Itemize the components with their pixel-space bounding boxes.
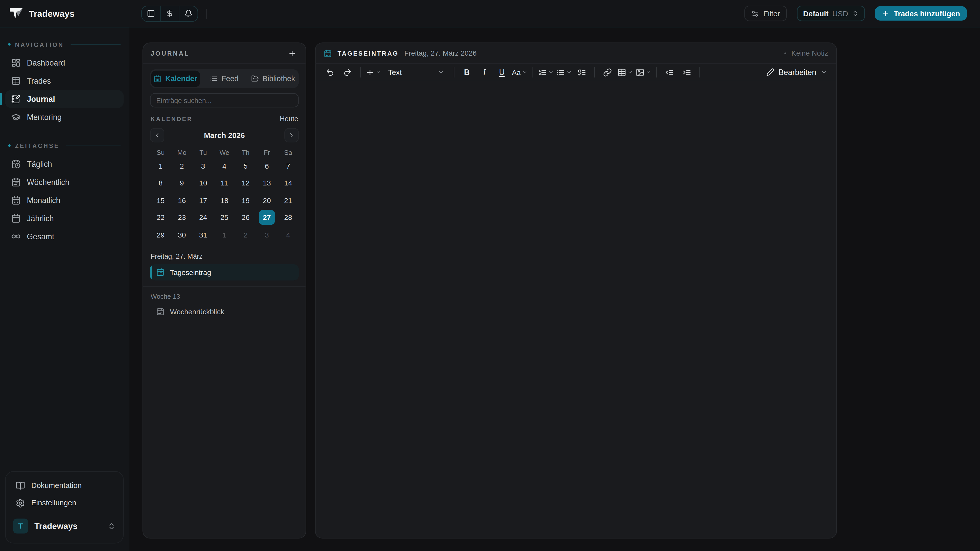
calendar-day[interactable]: 4 — [216, 159, 232, 173]
sidebar-footer-card: DokumentationEinstellungen T Tradeways — [5, 471, 124, 544]
calendar-day[interactable]: 7 — [280, 159, 296, 173]
calendar-day[interactable]: 23 — [174, 210, 190, 225]
underline-button[interactable]: U — [493, 65, 511, 79]
weekday-label: Su — [150, 149, 171, 156]
calendar-day[interactable]: 2 — [238, 227, 254, 242]
calendar-day[interactable]: 25 — [216, 210, 232, 225]
calendar-day[interactable]: 6 — [259, 159, 275, 173]
sidebar-item-gesamt[interactable]: Gesamt — [5, 227, 124, 245]
tab-bibliothek[interactable]: Bibliothek — [249, 71, 298, 87]
calendar-day[interactable]: 9 — [174, 176, 190, 191]
redo-button[interactable] — [339, 65, 356, 79]
sidebar-item-trades[interactable]: Trades — [5, 72, 124, 90]
link-button[interactable] — [599, 65, 616, 79]
calendar-day[interactable]: 17 — [195, 193, 211, 208]
prev-month-button[interactable] — [150, 128, 164, 142]
calendar-day[interactable]: 5 — [238, 159, 254, 173]
sidebar-item-mentoring[interactable]: Mentoring — [5, 108, 124, 126]
calendar-day[interactable]: 24 — [195, 210, 211, 225]
editor-body[interactable] — [316, 81, 836, 538]
italic-button[interactable]: I — [476, 65, 493, 79]
add-trades-button[interactable]: Trades hinzufügen — [875, 6, 967, 21]
entry-wochenrueckblick[interactable]: Wochenrückblick — [150, 303, 299, 320]
sidebar-item-label: Mentoring — [27, 113, 62, 121]
topbar-right: Filter Default USD Trades hinzufügen — [745, 6, 980, 21]
table-button[interactable] — [616, 65, 635, 79]
calendar-day[interactable]: 29 — [153, 227, 169, 242]
sidebar-item-j-hrlich[interactable]: Jährlich — [5, 209, 124, 227]
calendar-day[interactable]: 18 — [216, 193, 232, 208]
calendar-day[interactable]: 28 — [280, 210, 296, 225]
sidebar-item-t-glich[interactable]: Täglich — [5, 155, 124, 173]
sidebar-item-label: Gesamt — [27, 232, 54, 241]
calendar-day[interactable]: 20 — [259, 193, 275, 208]
text-style-button[interactable]: Aa — [511, 65, 529, 79]
sidebar-item-monatlich[interactable]: Monatlich — [5, 191, 124, 209]
calendar-day[interactable]: 31 — [195, 227, 211, 242]
new-entry-button[interactable] — [286, 47, 298, 59]
calendar-day[interactable]: 15 — [153, 193, 169, 208]
list-todo-icon — [578, 68, 586, 76]
calendar-day[interactable]: 30 — [174, 227, 190, 242]
link-icon — [603, 68, 612, 76]
calendar-day[interactable]: 13 — [259, 176, 275, 191]
currency-button[interactable] — [161, 6, 179, 21]
brand[interactable]: Tradeways — [0, 0, 129, 27]
calendar-day[interactable]: 19 — [238, 193, 254, 208]
calendar-day[interactable]: 11 — [216, 176, 232, 191]
sidebar-item-dashboard[interactable]: Dashboard — [5, 54, 124, 72]
footer-item-dokumentation[interactable]: Dokumentation — [10, 477, 119, 494]
calendar-day[interactable]: 1 — [153, 159, 169, 173]
edit-mode-dropdown[interactable]: Bearbeiten — [766, 68, 830, 76]
journal-tabs: KalenderFeedBibliothek — [150, 69, 299, 88]
calendar-cell: 11 — [214, 175, 235, 192]
calendar-day[interactable]: 10 — [195, 176, 211, 191]
week-group-label: Woche 13 — [151, 292, 298, 300]
calendar-day[interactable]: 4 — [280, 227, 296, 242]
calendar-day[interactable]: 3 — [195, 159, 211, 173]
sidebar-item-journal[interactable]: Journal — [5, 90, 124, 108]
filter-button[interactable]: Filter — [745, 6, 787, 21]
calendar-day[interactable]: 14 — [280, 176, 296, 191]
italic-label: I — [483, 67, 486, 77]
calendar-day[interactable]: 26 — [238, 210, 254, 225]
search-input[interactable] — [156, 97, 293, 104]
chevron-left-icon — [154, 132, 161, 139]
insert-block-button[interactable] — [364, 65, 383, 79]
notifications-button[interactable] — [180, 6, 197, 21]
calendar-day[interactable]: 16 — [174, 193, 190, 208]
bold-button[interactable]: B — [458, 65, 476, 79]
sidebar-item-w-chentlich[interactable]: Wöchentlich — [5, 173, 124, 191]
bullet-list-button[interactable] — [555, 65, 573, 79]
outdent-button[interactable] — [661, 65, 678, 79]
workspace-switcher[interactable]: T Tradeways — [10, 514, 119, 538]
entry-tageseintrag[interactable]: Tageseintrag — [150, 264, 299, 280]
calendar-day-selected[interactable]: 27 — [259, 210, 275, 225]
undo-button[interactable] — [321, 65, 339, 79]
sidebar-toggle-button[interactable] — [142, 6, 160, 21]
today-link[interactable]: Heute — [280, 115, 298, 122]
currency-select[interactable]: Default USD — [797, 6, 865, 21]
calendar-day[interactable]: 12 — [238, 176, 254, 191]
ordered-list-button[interactable] — [537, 65, 555, 79]
calendar-day[interactable]: 1 — [216, 227, 232, 242]
todo-list-button[interactable] — [573, 65, 591, 79]
calendar-day[interactable]: 21 — [280, 193, 296, 208]
redo-icon — [343, 68, 352, 76]
calendar-day[interactable]: 22 — [153, 210, 169, 225]
calendar-cell: 21 — [277, 192, 299, 209]
image-button[interactable] — [635, 65, 652, 79]
block-type-dropdown[interactable]: Text — [384, 65, 449, 79]
indent-button[interactable] — [678, 65, 696, 79]
status-text: Keine Notiz — [791, 49, 828, 57]
footer-item-einstellungen[interactable]: Einstellungen — [10, 494, 119, 512]
tab-feed[interactable]: Feed — [200, 71, 249, 87]
calendar-day[interactable]: 2 — [174, 159, 190, 173]
calendar-cell: 9 — [171, 175, 192, 192]
calendar-header-row: KALENDER Heute — [150, 115, 299, 122]
calendar-cell: 24 — [192, 209, 213, 226]
calendar-day[interactable]: 8 — [153, 176, 169, 191]
next-month-button[interactable] — [284, 128, 299, 142]
calendar-day[interactable]: 3 — [259, 227, 275, 242]
tab-kalender[interactable]: Kalender — [151, 71, 200, 87]
